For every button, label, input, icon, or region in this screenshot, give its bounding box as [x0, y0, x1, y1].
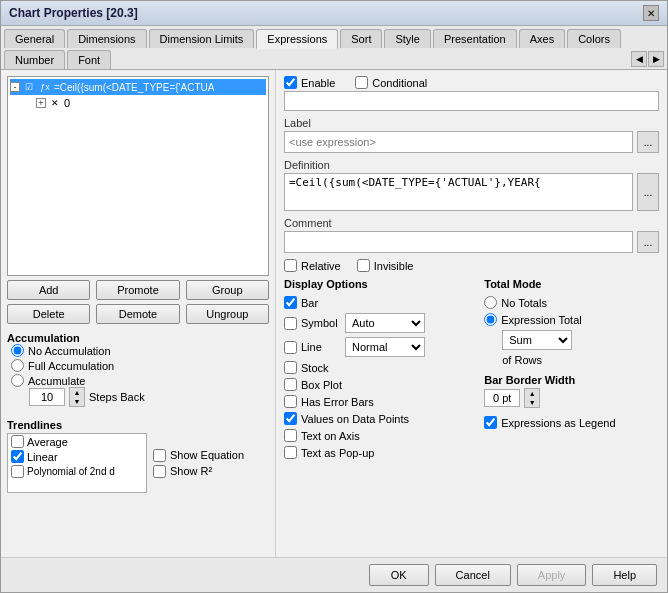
conditional-input[interactable]	[284, 91, 659, 111]
group-button[interactable]: Group	[186, 280, 269, 300]
tab-colors[interactable]: Colors	[567, 29, 621, 48]
tab-expressions[interactable]: Expressions	[256, 29, 338, 49]
right-column: Total Mode No Totals Expression Total Su…	[484, 278, 659, 459]
definition-textarea[interactable]	[284, 173, 633, 211]
tree-expand-1[interactable]: +	[36, 98, 46, 108]
trendlines-options: Show Equation Show R²	[153, 433, 244, 493]
help-button[interactable]: Help	[592, 564, 657, 586]
comment-input[interactable]	[284, 231, 633, 253]
box-plot-check-row: Box Plot	[284, 378, 476, 391]
spin-down[interactable]: ▼	[70, 397, 84, 406]
relative-check-row: Relative	[284, 259, 341, 272]
bar-checkbox[interactable]	[284, 296, 297, 309]
promote-button[interactable]: Promote	[96, 280, 179, 300]
conditional-label: Conditional	[372, 77, 427, 89]
tree-item-0[interactable]: - ☑ ƒx =Ceil({sum(<DATE_TYPE={'ACTUAL'},…	[10, 79, 266, 95]
expressions-as-legend-checkbox[interactable]	[484, 416, 497, 429]
show-r2-row: Show R²	[153, 465, 244, 478]
tab-presentation[interactable]: Presentation	[433, 29, 517, 48]
radio-accumulate-input[interactable]	[11, 374, 24, 387]
trend-polynomial-check[interactable]	[11, 465, 24, 478]
radio-no-accumulation-label: No Accumulation	[28, 345, 111, 357]
delete-button[interactable]: Delete	[7, 304, 90, 324]
radio-accumulate: Accumulate	[11, 374, 269, 387]
show-r2-check[interactable]	[153, 465, 166, 478]
tab-number[interactable]: Number	[4, 50, 65, 69]
stock-checkbox[interactable]	[284, 361, 297, 374]
label-field-group: Label ...	[284, 117, 659, 153]
comment-expand-button[interactable]: ...	[637, 231, 659, 253]
radio-full-accumulation-input[interactable]	[11, 359, 24, 372]
tab-dimension-limits[interactable]: Dimension Limits	[149, 29, 255, 48]
apply-button[interactable]: Apply	[517, 564, 587, 586]
definition-field-label: Definition	[284, 159, 659, 171]
bar-border-spin-up[interactable]: ▲	[525, 389, 539, 398]
line-checkbox[interactable]	[284, 341, 297, 354]
tab-dimensions[interactable]: Dimensions	[67, 29, 146, 48]
sum-select[interactable]: Sum	[502, 330, 572, 350]
cancel-button[interactable]: Cancel	[435, 564, 511, 586]
steps-row: ▲ ▼ Steps Back	[7, 387, 269, 407]
trend-linear-check[interactable]	[11, 450, 24, 463]
demote-button[interactable]: Demote	[96, 304, 179, 324]
close-button[interactable]: ✕	[643, 5, 659, 21]
text-on-axis-checkbox[interactable]	[284, 429, 297, 442]
bar-border-spin-down[interactable]: ▼	[525, 398, 539, 407]
tab-general[interactable]: General	[4, 29, 65, 48]
trend-average: Average	[8, 434, 146, 449]
tree-expand-0[interactable]: -	[10, 82, 20, 92]
box-plot-checkbox[interactable]	[284, 378, 297, 391]
show-equation-check[interactable]	[153, 449, 166, 462]
invisible-label: Invisible	[374, 260, 414, 272]
ok-button[interactable]: OK	[369, 564, 429, 586]
trend-polynomial-label: Polynomial of 2nd d	[27, 466, 115, 477]
expression-total-row: Expression Total	[484, 313, 659, 326]
trend-average-label: Average	[27, 436, 68, 448]
trendlines-list: Average Linear Polynomial of 2nd d	[7, 433, 147, 493]
tab-nav: ◀ ▶	[631, 50, 664, 69]
tab-scroll-right[interactable]: ▶	[648, 51, 664, 67]
symbol-checkbox[interactable]	[284, 317, 297, 330]
label-input[interactable]	[284, 131, 633, 153]
spin-up[interactable]: ▲	[70, 388, 84, 397]
tree-item-1[interactable]: + ✕ 0	[10, 95, 266, 111]
invisible-checkbox[interactable]	[357, 259, 370, 272]
steps-input[interactable]	[29, 388, 65, 406]
text-on-axis-check-row: Text on Axis	[284, 429, 476, 442]
text-as-popup-check-row: Text as Pop-up	[284, 446, 476, 459]
values-check-row: Values on Data Points	[284, 412, 476, 425]
symbol-select[interactable]: Auto	[345, 313, 425, 333]
label-field-row: ...	[284, 131, 659, 153]
ungroup-button[interactable]: Ungroup	[186, 304, 269, 324]
tab-scroll-left[interactable]: ◀	[631, 51, 647, 67]
tab-bar: General Dimensions Dimension Limits Expr…	[1, 26, 667, 70]
trend-linear: Linear	[8, 449, 146, 464]
radio-no-accumulation-input[interactable]	[11, 344, 24, 357]
tab-axes[interactable]: Axes	[519, 29, 565, 48]
values-label: Values on Data Points	[301, 413, 409, 425]
conditional-check-row: Conditional	[355, 76, 427, 89]
accumulation-label: Accumulation	[7, 332, 269, 344]
enable-checkbox[interactable]	[284, 76, 297, 89]
add-button[interactable]: Add	[7, 280, 90, 300]
tab-sort[interactable]: Sort	[340, 29, 382, 48]
text-as-popup-checkbox[interactable]	[284, 446, 297, 459]
definition-expand-button[interactable]: ...	[637, 173, 659, 211]
bar-label: Bar	[301, 297, 318, 309]
relative-checkbox[interactable]	[284, 259, 297, 272]
line-select[interactable]: Normal	[345, 337, 425, 357]
tab-font[interactable]: Font	[67, 50, 111, 69]
window-title: Chart Properties [20.3]	[9, 6, 138, 20]
bar-border-input[interactable]	[484, 389, 520, 407]
trend-average-check[interactable]	[11, 435, 24, 448]
conditional-checkbox[interactable]	[355, 76, 368, 89]
values-checkbox[interactable]	[284, 412, 297, 425]
error-bars-checkbox[interactable]	[284, 395, 297, 408]
label-expand-button[interactable]: ...	[637, 131, 659, 153]
tab-style[interactable]: Style	[384, 29, 430, 48]
tree-item-label-0: =Ceil({sum(<DATE_TYPE={'ACTUAL'},YEA	[54, 82, 214, 93]
error-bars-check-row: Has Error Bars	[284, 395, 476, 408]
expression-total-radio[interactable]	[484, 313, 497, 326]
expression-tree[interactable]: - ☑ ƒx =Ceil({sum(<DATE_TYPE={'ACTUAL'},…	[7, 76, 269, 276]
no-totals-radio[interactable]	[484, 296, 497, 309]
